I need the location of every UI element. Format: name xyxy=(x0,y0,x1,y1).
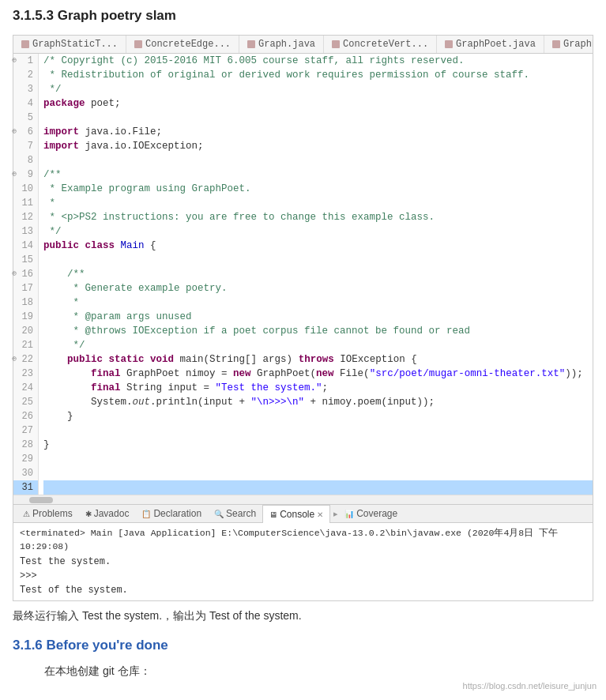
tab-problems-label: Problems xyxy=(32,508,73,519)
line-num-21: 21 xyxy=(13,338,38,352)
code-line-15 xyxy=(43,253,593,267)
description-text: 最终运行输入 Test the system.，输出为 Test of the … xyxy=(13,609,593,623)
line-num-4: 4 xyxy=(13,96,38,111)
tab-label-3: ConcreteVert... xyxy=(343,39,428,50)
code-line-23: final GraphPoet nimoy = new GraphPoet(ne… xyxy=(43,367,593,381)
javadoc-icon: ✱ xyxy=(85,510,92,518)
code-line-7: import java.io.IOException; xyxy=(43,139,593,153)
code-body: 1 2 3 4 5 6 7 8 9 10 11 12 13 14 15 16 1… xyxy=(13,54,593,495)
indent-text: 在本地创建 git 仓库： xyxy=(44,664,593,679)
line-num-13: 13 xyxy=(13,224,38,239)
line-num-6: 6 xyxy=(13,125,38,139)
line-num-11: 11 xyxy=(13,196,38,210)
tab-console-label: Console xyxy=(280,509,314,520)
code-line-20: * @throws IOException if a poet corpus f… xyxy=(43,324,593,338)
declaration-icon: 📋 xyxy=(141,510,151,518)
line-num-24: 24 xyxy=(13,381,38,395)
console-output-line-2: >>> xyxy=(20,569,586,583)
line-num-5: 5 xyxy=(13,111,38,125)
tab-graphpoettes[interactable]: GraphPoetTes... xyxy=(544,36,593,53)
line-num-8: 8 xyxy=(13,153,38,167)
console-content-area: <terminated> Main [Java Application] E:\… xyxy=(13,523,593,600)
line-num-16: 16 xyxy=(13,267,38,281)
tab-icon-0 xyxy=(21,40,29,48)
code-line-24: final String input = "Test the system."; xyxy=(43,381,593,395)
line-num-14: 14 xyxy=(13,239,38,253)
code-horizontal-scrollbar[interactable] xyxy=(13,495,593,504)
code-line-27 xyxy=(43,423,593,438)
line-num-7: 7 xyxy=(13,139,38,153)
tab-graph-java[interactable]: Graph.java xyxy=(239,36,324,53)
code-editor: GraphStaticT... ConcreteEdge... Graph.ja… xyxy=(13,35,593,505)
editor-tabs-bar: GraphStaticT... ConcreteEdge... Graph.ja… xyxy=(13,36,593,54)
tab-javadoc-label: Javadoc xyxy=(94,508,130,519)
line-num-2: 2 xyxy=(13,68,38,82)
tab-console[interactable]: 🖥 Console ✕ xyxy=(262,505,330,523)
code-line-4: package poet; xyxy=(43,96,593,111)
watermark: https://blog.csdn.net/leisure_junjun xyxy=(463,681,597,691)
console-tabs-bar: ⚠ Problems ✱ Javadoc 📋 Declaration 🔍 Sea… xyxy=(13,505,593,523)
code-line-5 xyxy=(43,111,593,125)
code-line-12: * <p>PS2 instructions: you are free to c… xyxy=(43,210,593,224)
code-line-22: public static void main(String[] args) t… xyxy=(43,352,593,367)
line-num-31: 31 xyxy=(13,480,38,495)
code-line-9: /** xyxy=(43,167,593,182)
code-line-8 xyxy=(43,153,593,167)
tab-problems[interactable]: ⚠ Problems xyxy=(17,505,79,522)
code-line-2: * Redistribution of original or derived … xyxy=(43,68,593,82)
tab-graphstatict[interactable]: GraphStaticT... xyxy=(13,36,126,53)
line-num-18: 18 xyxy=(13,295,38,310)
code-line-18: * xyxy=(43,295,593,310)
code-line-14: public class Main { xyxy=(43,239,593,253)
tab-graphpoet-java[interactable]: GraphPoet.java xyxy=(437,36,544,53)
tab-label-5: GraphPoetTes... xyxy=(563,39,593,50)
line-num-1: 1 xyxy=(13,54,38,68)
line-num-30: 30 xyxy=(13,466,38,480)
console-panel: ⚠ Problems ✱ Javadoc 📋 Declaration 🔍 Sea… xyxy=(13,505,593,601)
code-line-29 xyxy=(43,452,593,466)
code-line-19: * @param args unused xyxy=(43,310,593,324)
line-num-23: 23 xyxy=(13,367,38,381)
code-lines-area[interactable]: /* Copyright (c) 2015-2016 MIT 6.005 cou… xyxy=(39,54,593,495)
code-line-28: } xyxy=(43,438,593,452)
code-line-1: /* Copyright (c) 2015-2016 MIT 6.005 cou… xyxy=(43,54,593,68)
tab-search-label: Search xyxy=(226,508,256,519)
line-num-19: 19 xyxy=(13,310,38,324)
line-num-20: 20 xyxy=(13,324,38,338)
code-line-13: */ xyxy=(43,224,593,239)
code-line-25: System.out.println(input + "\n>>>\n" + n… xyxy=(43,395,593,409)
line-num-12: 12 xyxy=(13,210,38,224)
coverage-icon: 📊 xyxy=(344,510,354,518)
tab-search[interactable]: 🔍 Search xyxy=(208,505,262,522)
line-num-9: 9 xyxy=(13,167,38,182)
line-num-28: 28 xyxy=(13,438,38,452)
code-line-31 xyxy=(43,480,593,495)
code-line-30 xyxy=(43,466,593,480)
line-num-15: 15 xyxy=(13,253,38,267)
tab-declaration[interactable]: 📋 Declaration xyxy=(135,505,208,522)
code-line-3: */ xyxy=(43,82,593,96)
code-line-6: import java.io.File; xyxy=(43,125,593,139)
console-output-line-3: Test of the system. xyxy=(20,583,586,597)
tab-label-1: ConcreteEdge... xyxy=(145,39,231,50)
tab-icon-4 xyxy=(445,40,453,48)
tab-label-2: Graph.java xyxy=(258,39,315,50)
line-num-26: 26 xyxy=(13,409,38,423)
code-line-10: * Example program using GraphPoet. xyxy=(43,182,593,196)
code-line-11: * xyxy=(43,196,593,210)
line-num-3: 3 xyxy=(13,82,38,96)
tab-label-0: GraphStaticT... xyxy=(32,39,118,50)
console-icon: 🖥 xyxy=(269,510,277,519)
code-line-16: /** xyxy=(43,267,593,281)
tab-icon-5 xyxy=(552,40,560,48)
search-icon: 🔍 xyxy=(214,510,224,518)
line-num-22: 22 xyxy=(13,352,38,367)
tab-icon-1 xyxy=(134,40,142,48)
tab-concreteedge[interactable]: ConcreteEdge... xyxy=(126,36,239,53)
line-num-29: 29 xyxy=(13,452,38,466)
console-terminated-line: <terminated> Main [Java Application] E:\… xyxy=(20,526,586,553)
problems-icon: ⚠ xyxy=(23,510,30,518)
tab-coverage[interactable]: 📊 Coverage xyxy=(338,505,404,522)
tab-javadoc[interactable]: ✱ Javadoc xyxy=(79,505,136,522)
tab-concretevert[interactable]: ConcreteVert... xyxy=(324,36,437,53)
